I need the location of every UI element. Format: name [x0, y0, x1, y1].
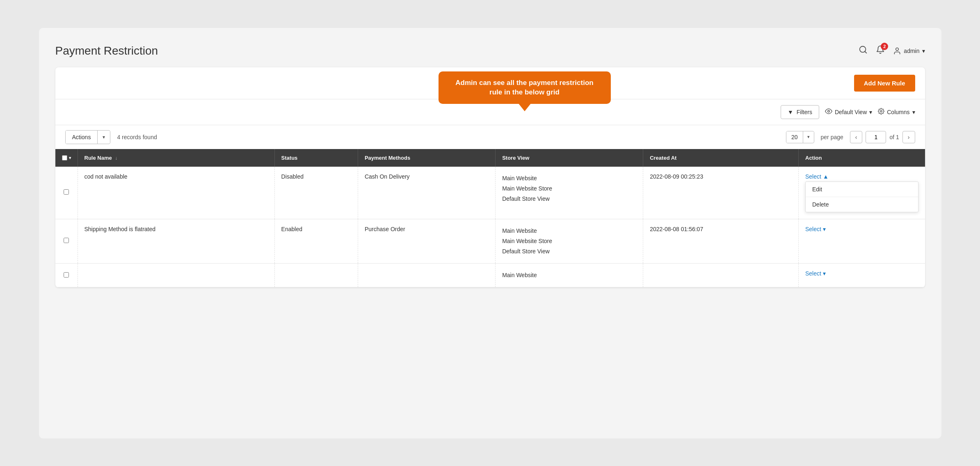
actions-left: Actions ▾ 4 records found	[65, 130, 157, 144]
data-table: ▾ Rule Name ↓ Status Payment Methods St	[55, 149, 925, 288]
payment-methods-2: Purchase Order	[365, 226, 405, 232]
td-store-view-2: Main Website Main Website Store Default …	[496, 219, 643, 264]
status-2: Enabled	[281, 226, 302, 232]
td-created-at-1: 2022-08-09 00:25:23	[643, 167, 799, 219]
td-action-1: Select ▲ Edit Delete	[799, 167, 925, 219]
store-view-2-line-2: Main Website Store	[502, 236, 636, 246]
td-rule-name-1: cod not available	[78, 167, 274, 219]
th-rule-name-label: Rule Name	[85, 155, 112, 161]
action-select-button-2[interactable]: Select ▾	[805, 226, 918, 232]
sort-icon[interactable]: ↓	[115, 155, 117, 161]
main-card: Admin can see all the payment restrictio…	[55, 67, 925, 288]
created-at-2: 2022-08-08 01:56:07	[650, 226, 703, 232]
action-delete-1[interactable]: Delete	[806, 197, 918, 212]
row-checkbox-2[interactable]	[64, 238, 69, 243]
per-page-select: 20 ▾	[786, 131, 814, 143]
notification-button[interactable]: 2	[876, 45, 885, 56]
per-page-value: 20	[786, 131, 803, 143]
td-store-view-3: Main Website	[496, 264, 643, 287]
th-status: Status	[274, 149, 358, 167]
td-rule-name-2: Shipping Method is flatrated	[78, 219, 274, 264]
actions-label: Actions	[66, 131, 98, 144]
payment-methods-1: Cash On Delivery	[365, 173, 410, 180]
status-1: Disabled	[281, 173, 304, 180]
table-row: Main Website Select ▾	[55, 264, 925, 287]
td-store-view-1: Main Website Main Website Store Default …	[496, 167, 643, 219]
action-chevron-down-icon-3: ▾	[823, 270, 826, 277]
row-checkbox-3[interactable]	[64, 272, 69, 278]
action-select-button-3[interactable]: Select ▾	[805, 270, 918, 277]
store-view-1: Main Website Main Website Store Default …	[502, 173, 636, 204]
prev-page-button[interactable]: ‹	[850, 131, 863, 143]
tooltip-text: Admin can see all the payment restrictio…	[455, 79, 593, 96]
td-payment-methods-1: Cash On Delivery	[358, 167, 495, 219]
page-title: Payment Restriction	[55, 44, 158, 57]
td-action-2: Select ▾	[799, 219, 925, 264]
store-view-3: Main Website	[502, 270, 636, 280]
action-chevron-down-icon-2: ▾	[823, 226, 826, 232]
tooltip-bubble: Admin can see all the payment restrictio…	[439, 71, 611, 104]
actions-bar: Actions ▾ 4 records found 20 ▾ per page …	[55, 125, 925, 149]
td-payment-methods-2: Purchase Order	[358, 219, 495, 264]
admin-chevron-icon: ▾	[922, 48, 925, 54]
th-created-at: Created At	[643, 149, 799, 167]
td-checkbox-3	[55, 264, 78, 287]
action-select-button-1[interactable]: Select ▲	[805, 173, 918, 180]
td-rule-name-3	[78, 264, 274, 287]
card-toolbar: Admin can see all the payment restrictio…	[55, 67, 925, 99]
columns-label: Columns	[887, 109, 909, 115]
store-view-1-line-2: Main Website Store	[502, 184, 636, 194]
th-created-at-label: Created At	[650, 155, 676, 161]
view-chevron-icon: ▾	[869, 109, 872, 115]
action-edit-1[interactable]: Edit	[806, 182, 918, 197]
actions-dropdown-button[interactable]: ▾	[98, 131, 110, 143]
td-action-3: Select ▾	[799, 264, 925, 287]
rule-name-2: Shipping Method is flatrated	[85, 226, 156, 232]
td-payment-methods-3	[358, 264, 495, 287]
page-number-input[interactable]	[866, 131, 886, 143]
store-view-2-line-1: Main Website	[502, 226, 636, 236]
td-created-at-2: 2022-08-08 01:56:07	[643, 219, 799, 264]
store-view-3-line-1: Main Website	[502, 270, 636, 280]
header: Payment Restriction 2 admin ▾	[55, 44, 925, 57]
td-created-at-3	[643, 264, 799, 287]
columns-button[interactable]: Columns ▾	[878, 108, 915, 116]
header-actions: 2 admin ▾	[859, 45, 925, 56]
gear-icon	[878, 108, 884, 116]
th-rule-name: Rule Name ↓	[78, 149, 274, 167]
records-count: 4 records found	[117, 134, 157, 140]
pagination: 20 ▾ per page ‹ of 1 ›	[786, 131, 915, 143]
th-action-label: Action	[805, 155, 822, 161]
action-dropdown-wrapper-1: Select ▲ Edit Delete	[805, 173, 918, 212]
search-icon-button[interactable]	[859, 45, 868, 56]
action-dropdown-menu-1: Edit Delete	[805, 181, 918, 212]
filters-button[interactable]: ▼ Filters	[781, 105, 819, 119]
add-new-rule-button[interactable]: Add New Rule	[854, 75, 915, 92]
created-at-1: 2022-08-09 00:25:23	[650, 173, 703, 180]
td-checkbox-1	[55, 167, 78, 219]
table-header-row: ▾ Rule Name ↓ Status Payment Methods St	[55, 149, 925, 167]
admin-label: admin	[904, 48, 919, 54]
svg-line-1	[865, 51, 867, 53]
notification-badge: 2	[881, 43, 888, 50]
store-view-1-line-1: Main Website	[502, 173, 636, 184]
view-label: Default View	[835, 109, 867, 115]
svg-point-4	[880, 110, 882, 112]
th-payment-methods-label: Payment Methods	[365, 155, 410, 161]
admin-menu-button[interactable]: admin ▾	[893, 47, 925, 55]
eye-icon	[825, 108, 832, 116]
th-store-view: Store View	[496, 149, 643, 167]
table-row: cod not available Disabled Cash On Deliv…	[55, 167, 925, 219]
page-wrapper: Payment Restriction 2 admin ▾ Admin can …	[39, 28, 941, 438]
select-all-checkbox[interactable]	[62, 155, 67, 161]
of-label: of 1	[889, 134, 899, 140]
per-page-dropdown-button[interactable]: ▾	[803, 132, 814, 142]
table-row: Shipping Method is flatrated Enabled Pur…	[55, 219, 925, 264]
next-page-button[interactable]: ›	[902, 131, 915, 143]
default-view-button[interactable]: Default View ▾	[825, 108, 872, 116]
store-view-2-line-3: Default Store View	[502, 246, 636, 257]
row-checkbox-1[interactable]	[64, 189, 69, 195]
action-chevron-up-icon-1: ▲	[823, 173, 829, 180]
actions-select: Actions ▾	[65, 130, 111, 144]
td-checkbox-2	[55, 219, 78, 264]
